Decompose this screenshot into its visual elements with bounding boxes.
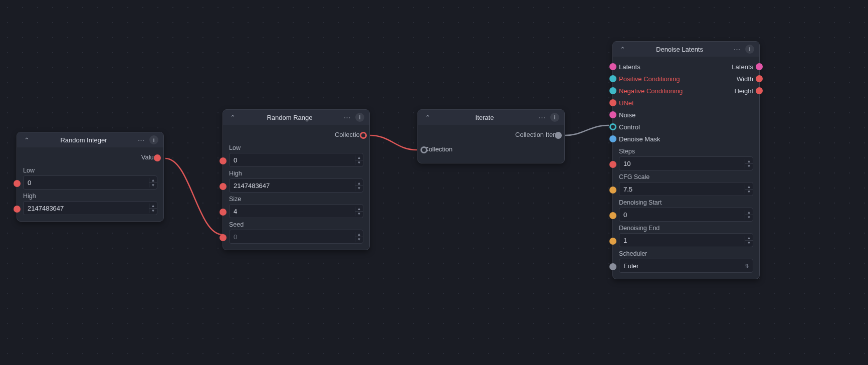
control-label: Control: [619, 123, 640, 131]
step-down-icon[interactable]: ▼: [355, 212, 363, 216]
port-latents-in[interactable]: [609, 63, 616, 70]
port-high-in[interactable]: [220, 183, 227, 190]
port-mask-in[interactable]: [609, 135, 616, 142]
collapse-icon[interactable]: ⌃: [22, 135, 31, 144]
seed-label: Seed: [229, 221, 363, 228]
port-noise-in[interactable]: [609, 111, 616, 118]
port-value-out[interactable]: [154, 154, 161, 161]
high-input-field[interactable]: [24, 205, 149, 212]
scheduler-select[interactable]: Euler ⇅: [619, 259, 753, 273]
port-size-in[interactable]: [220, 209, 227, 216]
step-down-icon[interactable]: ▼: [745, 164, 753, 168]
collapse-icon[interactable]: ⌃: [228, 113, 237, 122]
output-value-label: Value: [23, 151, 157, 164]
high-input[interactable]: ▲▼: [23, 201, 157, 215]
cfg-label: CFG Scale: [619, 173, 753, 180]
info-icon[interactable]: i: [550, 113, 559, 122]
input-collection-label: Collection: [424, 145, 453, 153]
port-seed-in[interactable]: [220, 234, 227, 241]
noise-label: Noise: [619, 111, 635, 119]
chevron-updown-icon: ⇅: [745, 263, 749, 269]
low-input-field[interactable]: [230, 156, 355, 164]
more-icon[interactable]: ⋯: [136, 135, 145, 144]
latents-in-label: Latents: [619, 63, 640, 71]
more-icon[interactable]: ⋯: [732, 45, 741, 54]
node-header: ⌃ Random Integer ⋯ i: [17, 132, 163, 147]
port-scheduler-in[interactable]: [609, 263, 616, 270]
port-dend-in[interactable]: [609, 238, 616, 245]
steps-input[interactable]: ▲▼: [619, 156, 753, 170]
step-up-icon[interactable]: ▲: [355, 207, 363, 212]
port-poscond-in[interactable]: [609, 75, 616, 82]
port-collection-out[interactable]: [360, 132, 367, 139]
step-down-icon[interactable]: ▼: [355, 160, 363, 165]
cfg-input[interactable]: ▲▼: [619, 182, 753, 196]
step-down-icon[interactable]: ▼: [355, 186, 363, 191]
negcond-label: Negative Conditioning: [619, 87, 683, 95]
port-negcond-in[interactable]: [609, 87, 616, 94]
low-input[interactable]: ▲▼: [229, 153, 363, 167]
seed-input-field[interactable]: [230, 233, 355, 241]
port-low-in[interactable]: [220, 157, 227, 164]
step-up-icon[interactable]: ▲: [355, 181, 363, 186]
port-high-in[interactable]: [14, 206, 21, 213]
width-label: Width: [737, 75, 753, 83]
more-icon[interactable]: ⋯: [342, 113, 351, 122]
dend-input-field[interactable]: [619, 237, 745, 244]
info-icon[interactable]: i: [355, 113, 364, 122]
steps-label: Steps: [619, 148, 753, 155]
port-control-in[interactable]: [609, 123, 616, 130]
cfg-input-field[interactable]: [619, 186, 745, 193]
port-low-in[interactable]: [14, 180, 21, 187]
size-input[interactable]: ▲▼: [229, 204, 363, 218]
step-down-icon[interactable]: ▼: [355, 237, 363, 242]
port-item-out[interactable]: [555, 132, 562, 139]
high-label: High: [229, 170, 363, 177]
scheduler-label: Scheduler: [619, 250, 753, 257]
collapse-icon[interactable]: ⌃: [423, 113, 432, 122]
step-down-icon[interactable]: ▼: [745, 241, 753, 245]
dstart-input-field[interactable]: [619, 211, 745, 219]
step-up-icon[interactable]: ▲: [149, 178, 157, 183]
port-width-out[interactable]: [756, 75, 763, 82]
step-up-icon[interactable]: ▲: [745, 210, 753, 215]
low-input-field[interactable]: [24, 179, 149, 187]
node-title: Denoise Latents: [631, 46, 728, 53]
node-random-integer: ⌃ Random Integer ⋯ i Value Low ▲▼ High ▲…: [17, 132, 164, 222]
step-down-icon[interactable]: ▼: [149, 209, 157, 213]
step-down-icon[interactable]: ▼: [149, 183, 157, 188]
step-up-icon[interactable]: ▲: [745, 185, 753, 190]
step-up-icon[interactable]: ▲: [745, 159, 753, 164]
collapse-icon[interactable]: ⌃: [618, 45, 627, 54]
step-down-icon[interactable]: ▼: [745, 215, 753, 220]
size-input-field[interactable]: [230, 208, 355, 215]
high-input-field[interactable]: [230, 182, 355, 190]
step-up-icon[interactable]: ▲: [149, 204, 157, 209]
step-down-icon[interactable]: ▼: [745, 190, 753, 194]
port-steps-in[interactable]: [609, 161, 616, 168]
seed-input[interactable]: ▲▼: [229, 230, 363, 244]
step-up-icon[interactable]: ▲: [745, 236, 753, 241]
port-latents-out[interactable]: [756, 63, 763, 70]
port-dstart-in[interactable]: [609, 212, 616, 219]
step-up-icon[interactable]: ▲: [355, 232, 363, 237]
high-input[interactable]: ▲▼: [229, 178, 363, 193]
more-icon[interactable]: ⋯: [537, 113, 546, 122]
info-icon[interactable]: i: [745, 45, 754, 54]
output-collection-label: Collection: [229, 129, 363, 141]
port-collection-in[interactable]: [420, 146, 427, 153]
node-title: Random Range: [241, 114, 338, 121]
dend-input[interactable]: ▲▼: [619, 233, 753, 247]
info-icon[interactable]: i: [149, 135, 158, 144]
size-label: Size: [229, 196, 363, 203]
steps-input-field[interactable]: [619, 160, 745, 167]
poscond-label: Positive Conditioning: [619, 75, 680, 83]
step-up-icon[interactable]: ▲: [355, 155, 363, 160]
port-cfg-in[interactable]: [609, 187, 616, 194]
node-title: Random Integer: [35, 136, 132, 144]
dstart-input[interactable]: ▲▼: [619, 208, 753, 222]
port-unet-in[interactable]: [609, 99, 616, 106]
low-input[interactable]: ▲▼: [23, 175, 157, 190]
unet-label: UNet: [619, 99, 634, 107]
port-height-out[interactable]: [756, 87, 763, 94]
